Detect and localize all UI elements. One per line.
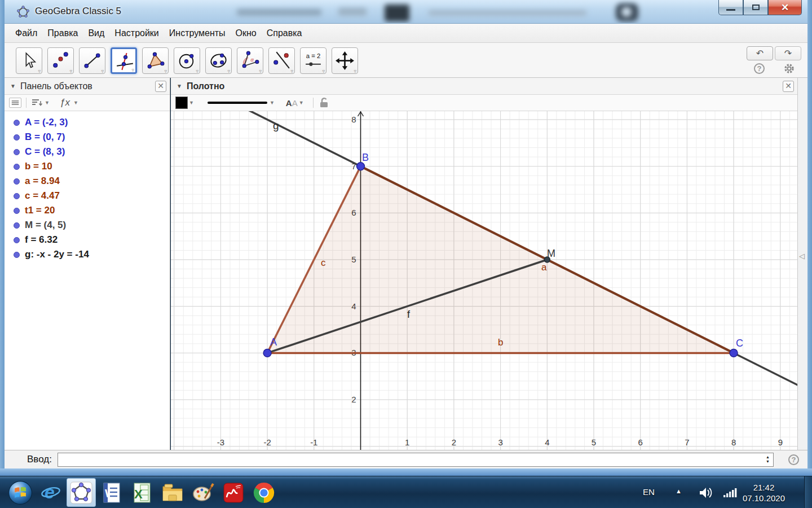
dropdown-arrow-icon[interactable]: ▼	[189, 100, 194, 106]
dropdown-arrow-icon[interactable]: ▼	[299, 100, 304, 106]
menu-window[interactable]: Окно	[231, 25, 262, 41]
unlock-icon[interactable]	[318, 97, 330, 109]
algebra-close-button[interactable]: ✕	[155, 81, 166, 92]
visibility-dot-icon[interactable]	[14, 193, 20, 199]
menu-settings[interactable]: Настройки	[109, 25, 164, 41]
tool-move-graphics[interactable]: ▿	[332, 47, 358, 74]
tool-dropdown-icon[interactable]: ▿	[227, 68, 230, 74]
algebra-item-B[interactable]: B = (0, 7)	[5, 130, 170, 144]
visibility-dot-icon[interactable]	[14, 178, 20, 185]
algebra-item-C[interactable]: C = (8, 3)	[5, 144, 170, 159]
tool-bar: ▿ ▿ ▿ ▿ ▿	[5, 43, 807, 78]
tool-dropdown-icon[interactable]: ▿	[38, 68, 41, 74]
paint-palette-icon	[191, 481, 215, 504]
algebra-item-A[interactable]: A = (-2, 3)	[5, 115, 170, 130]
taskbar-geogebra-active[interactable]	[67, 478, 96, 507]
visibility-dot-icon[interactable]	[14, 252, 20, 258]
tool-dropdown-icon[interactable]: ▿	[354, 68, 356, 74]
line-style-preview[interactable]	[206, 100, 268, 106]
minimize-button[interactable]	[718, 0, 743, 15]
network-signal-icon[interactable]	[723, 488, 738, 498]
taskbar-excel[interactable]: X	[127, 478, 157, 507]
algebra-item-M[interactable]: M = (4, 5)	[5, 218, 170, 233]
language-indicator[interactable]: EN	[643, 487, 655, 497]
auxiliary-objects-icon[interactable]	[9, 98, 21, 108]
tool-point[interactable]: ▿	[47, 47, 74, 74]
taskbar-clock[interactable]: 21:42 07.10.2020	[743, 482, 785, 503]
tool-polygon[interactable]: ▿	[142, 47, 169, 74]
tool-dropdown-icon[interactable]: ▿	[69, 68, 72, 74]
svg-text:7: 7	[685, 437, 689, 447]
svg-text:8: 8	[351, 115, 356, 124]
graphics-canvas[interactable]: -3-2-11234567892345678gBcMafbAC	[171, 111, 797, 450]
visibility-dot-icon[interactable]	[14, 208, 20, 214]
algebra-item-t1[interactable]: t1 = 20	[5, 203, 170, 218]
tool-dropdown-icon[interactable]: ▿	[131, 67, 134, 73]
tool-line[interactable]: ▿	[79, 47, 105, 74]
menu-edit[interactable]: Правка	[42, 25, 83, 41]
graphics-close-button[interactable]: ✕	[783, 81, 794, 92]
algebra-item-f[interactable]: f = 6.32	[5, 233, 170, 247]
dropdown-arrow-icon[interactable]: ▼	[270, 100, 275, 106]
dropdown-arrow-icon[interactable]: ▼	[45, 100, 50, 106]
tool-move[interactable]: ▿	[16, 47, 42, 74]
menu-help[interactable]: Справка	[262, 25, 307, 41]
menu-file[interactable]: Файл	[10, 25, 42, 41]
collapse-triangle-icon[interactable]: ▼	[176, 83, 182, 89]
volume-icon[interactable]	[698, 485, 714, 500]
taskbar-red-media-app[interactable]	[219, 478, 248, 507]
sort-objects-icon[interactable]	[31, 98, 43, 108]
geogebra-icon	[70, 481, 92, 504]
maximize-button[interactable]	[743, 0, 768, 15]
tool-circle[interactable]: ▿	[174, 47, 200, 74]
tool-dropdown-icon[interactable]: ▿	[164, 68, 167, 74]
dropdown-arrow-icon[interactable]: ▼	[73, 100, 78, 106]
tray-expand-icon[interactable]: ▲	[676, 488, 682, 494]
taskbar-paint[interactable]	[188, 478, 218, 507]
tool-transform[interactable]: ▿	[268, 47, 295, 74]
color-swatch[interactable]	[175, 97, 188, 109]
taskbar-chrome[interactable]	[249, 478, 279, 507]
separator	[26, 98, 27, 108]
help-icon: ?	[757, 64, 762, 73]
tool-special-lines-selected[interactable]: ▿	[111, 47, 137, 74]
close-button[interactable]: ✕	[768, 0, 802, 15]
collapse-triangle-icon[interactable]: ▼	[10, 83, 16, 89]
tool-dropdown-icon[interactable]: ▿	[322, 68, 325, 74]
undo-button[interactable]: ↶	[747, 46, 773, 60]
start-button[interactable]	[6, 478, 35, 507]
visibility-dot-icon[interactable]	[14, 237, 20, 243]
visibility-dot-icon[interactable]	[14, 222, 20, 229]
algebra-item-g[interactable]: g: -x - 2y = -14	[5, 247, 170, 262]
taskbar-file-explorer[interactable]	[158, 478, 187, 507]
command-input-field[interactable]: ▲▼	[58, 453, 774, 467]
settings-gear-icon[interactable]	[783, 63, 795, 75]
tool-dropdown-icon[interactable]: ▿	[259, 68, 262, 74]
algebra-item-a[interactable]: a = 8.94	[5, 174, 170, 189]
help-button[interactable]: ?	[754, 63, 765, 74]
background-window-blur	[621, 7, 632, 17]
visibility-dot-icon[interactable]	[14, 120, 20, 126]
redo-button[interactable]: ↷	[775, 46, 801, 60]
visibility-dot-icon[interactable]	[14, 164, 20, 170]
menu-tools[interactable]: Инструменты	[164, 25, 231, 41]
taskbar-word[interactable]: W	[97, 478, 126, 507]
tool-slider[interactable]: a = 2 ▿	[300, 47, 326, 74]
algebra-item-c[interactable]: c = 4.47	[5, 189, 170, 203]
undo-icon: ↶	[756, 48, 764, 59]
fx-filter-icon[interactable]: ƒx	[60, 97, 70, 108]
show-desktop-button[interactable]	[804, 476, 812, 508]
tool-dropdown-icon[interactable]: ▿	[196, 68, 198, 74]
text-style-control[interactable]: AA	[286, 98, 298, 108]
tool-conic[interactable]: ▿	[205, 47, 232, 74]
input-history-arrows-icon[interactable]: ▲▼	[766, 455, 770, 464]
input-help-button[interactable]: ?	[788, 454, 799, 465]
visibility-dot-icon[interactable]	[14, 149, 20, 155]
tool-angle[interactable]: α ▿	[237, 47, 263, 74]
taskbar-internet-explorer[interactable]: e	[36, 478, 65, 507]
tool-dropdown-icon[interactable]: ▿	[101, 68, 104, 74]
visibility-dot-icon[interactable]	[14, 134, 20, 141]
algebra-item-b[interactable]: b = 10	[5, 159, 170, 174]
tool-dropdown-icon[interactable]: ▿	[290, 68, 293, 74]
menu-view[interactable]: Вид	[83, 25, 109, 41]
